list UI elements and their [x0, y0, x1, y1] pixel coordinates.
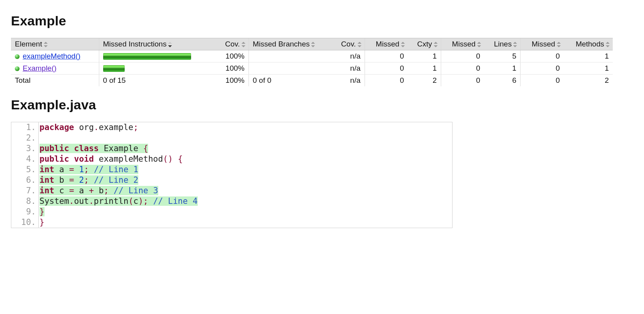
table-header-row: Element Missed Instructions Cov. Missed … — [11, 38, 613, 50]
total-cov1: 100% — [216, 75, 249, 87]
source-line: 2. — [11, 133, 452, 143]
code-content: } — [39, 207, 452, 217]
total-instr: 0 of 15 — [99, 75, 216, 87]
source-line: 6. int b = 2; // Line 2 — [11, 175, 452, 186]
source-line: 9. } — [11, 207, 452, 217]
table-row: exampleMethod()100%n/a010501 — [11, 50, 613, 62]
code-content: int b = 2; // Line 2 — [39, 175, 452, 186]
total-branches: 0 of 0 — [249, 75, 332, 87]
total-cxty: 2 — [408, 75, 441, 87]
instruction-bar-cell — [99, 50, 216, 62]
cell-cxty: 1 — [408, 62, 441, 75]
coverage-table: Element Missed Instructions Cov. Missed … — [11, 38, 613, 86]
col-lines[interactable]: Lines — [484, 38, 521, 50]
sort-icon — [434, 42, 438, 47]
source-line: 7. int c = a + b; // Line 3 — [11, 186, 452, 196]
total-row: Total0 of 15100%0 of 0n/a020602 — [11, 75, 613, 87]
code-content: int a = 1; // Line 1 — [39, 164, 452, 175]
cell-cov1: 100% — [216, 50, 249, 62]
source-line: 1.package org.example; — [11, 122, 452, 133]
cell-missed: 0 — [365, 62, 408, 75]
method-icon — [15, 54, 20, 59]
sort-icon — [44, 42, 48, 47]
element-cell: exampleMethod() — [11, 50, 99, 62]
col-element[interactable]: Element — [11, 38, 99, 50]
cell-cxty: 1 — [408, 50, 441, 62]
source-line: 5. int a = 1; // Line 1 — [11, 164, 452, 175]
code-content: System.out.println(c); // Line 4 — [39, 196, 452, 207]
source-viewer: 1.package org.example;2. 3.public class … — [11, 122, 453, 228]
cell-branches — [249, 62, 332, 75]
code-content: public class Example { — [39, 143, 452, 154]
coverage-bar — [103, 65, 125, 72]
cell-lines: 5 — [484, 50, 521, 62]
code-content — [39, 133, 452, 143]
col-missed-branches[interactable]: Missed Branches — [249, 38, 332, 50]
cell-cov2: n/a — [332, 50, 365, 62]
element-link[interactable]: exampleMethod() — [23, 52, 80, 60]
col-missed[interactable]: Missed — [365, 38, 408, 50]
sort-icon — [557, 42, 561, 47]
method-icon — [15, 66, 20, 71]
col-cxty[interactable]: Cxty — [408, 38, 441, 50]
line-number: 10. — [11, 217, 39, 228]
sort-icon — [477, 42, 481, 47]
sort-icon — [358, 42, 361, 47]
line-number: 6. — [11, 175, 39, 186]
source-line: 10.} — [11, 217, 452, 228]
code-content: } — [39, 217, 452, 228]
code-content: int c = a + b; // Line 3 — [39, 186, 452, 196]
sort-icon — [606, 42, 610, 47]
line-number: 5. — [11, 164, 39, 175]
sort-icon — [242, 42, 245, 47]
col-missed2[interactable]: Missed — [441, 38, 484, 50]
cell-methods: 1 — [564, 50, 613, 62]
line-number: 2. — [11, 133, 39, 143]
cell-missed2: 0 — [441, 62, 484, 75]
sort-icon — [513, 42, 517, 47]
source-line: 8. System.out.println(c); // Line 4 — [11, 196, 452, 207]
cell-cov2: n/a — [332, 62, 365, 75]
page-title: Example — [11, 13, 633, 29]
source-title: Example.java — [11, 97, 633, 112]
total-missed: 0 — [365, 75, 408, 87]
line-number: 3. — [11, 143, 39, 154]
line-number: 1. — [11, 122, 39, 133]
line-number: 4. — [11, 154, 39, 164]
cell-missed: 0 — [365, 50, 408, 62]
sort-icon — [311, 42, 315, 47]
source-line: 4. public void exampleMethod() { — [11, 154, 452, 164]
cell-branches — [249, 50, 332, 62]
sort-icon — [401, 42, 405, 47]
line-number: 9. — [11, 207, 39, 217]
total-methods: 2 — [564, 75, 613, 87]
element-cell: Example() — [11, 62, 99, 75]
source-line: 3.public class Example { — [11, 143, 452, 154]
cell-lines: 1 — [484, 62, 521, 75]
cell-methods: 1 — [564, 62, 613, 75]
code-content: public void exampleMethod() { — [39, 154, 452, 164]
element-link[interactable]: Example() — [23, 64, 57, 72]
col-missed3[interactable]: Missed — [521, 38, 564, 50]
cell-cov1: 100% — [216, 62, 249, 75]
total-lines: 6 — [484, 75, 521, 87]
table-row: Example()100%n/a010101 — [11, 62, 613, 75]
col-methods[interactable]: Methods — [564, 38, 613, 50]
cell-missed2: 0 — [441, 50, 484, 62]
col-cov2[interactable]: Cov. — [332, 38, 365, 50]
instruction-bar-cell — [99, 62, 216, 75]
cell-missed3: 0 — [521, 50, 564, 62]
coverage-bar — [103, 53, 191, 60]
code-content: package org.example; — [39, 122, 452, 133]
line-number: 7. — [11, 186, 39, 196]
line-number: 8. — [11, 196, 39, 207]
total-missed3: 0 — [521, 75, 564, 87]
col-cov1[interactable]: Cov. — [216, 38, 249, 50]
sort-down-icon — [168, 42, 172, 47]
total-label: Total — [11, 75, 99, 87]
total-missed2: 0 — [441, 75, 484, 87]
col-missed-instructions[interactable]: Missed Instructions — [99, 38, 216, 50]
cell-missed3: 0 — [521, 62, 564, 75]
total-cov2: n/a — [332, 75, 365, 87]
